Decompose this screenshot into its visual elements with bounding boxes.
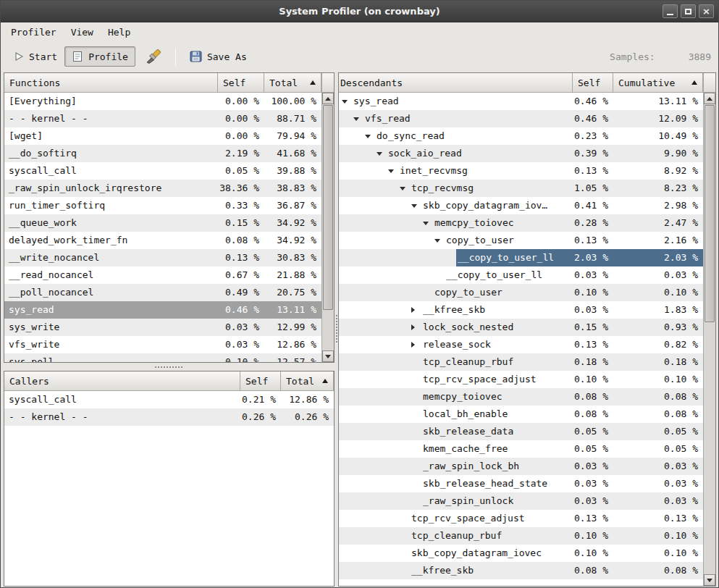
reset-button[interactable] xyxy=(138,45,169,68)
column-header-functions[interactable]: Functions xyxy=(4,73,218,93)
descendant-row[interactable]: do_sync_read0.23 %10.49 % xyxy=(339,127,703,145)
column-header-self[interactable]: Self xyxy=(218,73,264,93)
tree-expander-icon[interactable] xyxy=(434,232,445,249)
function-row[interactable]: vfs_write0.03 %12.86 % xyxy=(4,336,321,353)
tree-expander-icon[interactable] xyxy=(411,319,421,336)
descendant-row[interactable]: sock_aio_read0.39 %9.90 % xyxy=(339,145,703,162)
descendant-row[interactable]: memcpy_toiovec0.28 %2.47 % xyxy=(339,214,703,232)
tree-expander-icon[interactable] xyxy=(411,197,421,214)
self-percent: 0.00 % xyxy=(218,93,264,110)
tree-expander-icon[interactable] xyxy=(388,162,398,180)
function-row[interactable]: __do_softirq2.19 %41.68 % xyxy=(4,145,321,162)
function-row[interactable]: delayed_work_timer_fn0.08 %34.92 % xyxy=(4,232,321,249)
column-header-cumulative[interactable]: Cumulative xyxy=(613,73,703,93)
column-header-total[interactable]: Total xyxy=(281,371,334,391)
descendant-row[interactable]: copy_to_user0.13 %2.16 % xyxy=(339,232,703,249)
descendant-row[interactable]: tcp_cleanup_rbuf0.18 %0.18 % xyxy=(339,353,703,371)
symbol-name: sock_aio_read xyxy=(387,145,573,162)
descendant-row[interactable]: sys_read0.46 %13.11 % xyxy=(339,93,703,110)
descendant-row[interactable]: __kfree_skb0.08 %0.08 % xyxy=(339,562,703,579)
profile-toggle-button[interactable]: Profile xyxy=(64,46,135,67)
descendant-row[interactable]: release_sock0.13 %0.82 % xyxy=(339,336,703,353)
descendant-row[interactable]: skb_copy_datagram_iovec0.10 %0.10 % xyxy=(339,545,703,562)
close-button[interactable]: × xyxy=(699,4,714,18)
descendant-row[interactable]: skb_release_head_state0.03 %0.03 % xyxy=(339,475,703,492)
descendant-row[interactable]: local_bh_enable0.08 %0.08 % xyxy=(339,406,703,423)
tree-indent xyxy=(339,127,365,145)
caller-row[interactable]: - - kernel - -0.26 %0.26 % xyxy=(4,408,334,426)
descendant-row[interactable]: skb_release_data0.05 %0.05 % xyxy=(339,423,703,440)
function-row[interactable]: - - kernel - -0.00 %88.71 % xyxy=(4,110,321,127)
function-row[interactable]: __read_nocancel0.67 %21.88 % xyxy=(4,266,321,284)
tree-expander-icon[interactable] xyxy=(377,145,387,162)
descendant-row[interactable]: inet_recvmsg0.13 %8.92 % xyxy=(339,162,703,180)
menu-view[interactable]: View xyxy=(64,24,101,41)
function-row[interactable]: sys_poll0.10 %12.57 % xyxy=(4,353,321,362)
descendant-row[interactable]: tcp_rcv_space_adjust0.10 %0.10 % xyxy=(339,371,703,388)
function-row[interactable]: sys_read0.46 %13.11 % xyxy=(4,301,321,319)
functions-vertical-scrollbar[interactable] xyxy=(321,93,334,362)
scroll-down-button[interactable] xyxy=(322,350,334,362)
symbol-name: vfs_read xyxy=(363,110,573,127)
caller-row[interactable]: syscall_call0.21 %12.86 % xyxy=(4,391,334,408)
descendant-row[interactable]: tcp_rcv_space_adjust0.13 %0.13 % xyxy=(339,510,703,527)
expander-slot xyxy=(400,527,410,545)
tree-expander-icon[interactable] xyxy=(423,214,433,232)
descendant-row[interactable]: __copy_to_user_ll0.03 %0.03 % xyxy=(339,266,703,284)
descendant-row[interactable]: __copy_to_user_ll2.03 %2.03 % xyxy=(339,249,703,266)
samples-value: 3889 xyxy=(689,51,711,62)
function-row[interactable]: run_timer_softirq0.33 %36.87 % xyxy=(4,197,321,214)
column-header-self[interactable]: Self xyxy=(240,371,281,391)
horizontal-pane-splitter[interactable] xyxy=(1,363,335,371)
cumulative-percent: 2.03 % xyxy=(613,249,703,266)
tree-indent xyxy=(339,249,446,266)
descendant-row[interactable]: _raw_spin_lock_bh0.03 %0.03 % xyxy=(339,458,703,475)
tree-expander-icon[interactable] xyxy=(365,127,375,145)
column-header-total[interactable]: Total xyxy=(264,73,321,93)
column-header-descendants[interactable]: Descendants xyxy=(339,73,573,93)
play-icon xyxy=(14,51,24,62)
function-row[interactable]: _raw_spin_unlock_irqrestore38.36 %38.83 … xyxy=(4,180,321,197)
scroll-down-button[interactable] xyxy=(704,574,715,586)
descendants-vertical-scrollbar[interactable] xyxy=(703,93,715,586)
menu-help[interactable]: Help xyxy=(101,24,138,41)
column-header-callers[interactable]: Callers xyxy=(4,371,240,391)
tree-expander-icon[interactable] xyxy=(411,301,421,319)
function-row[interactable]: syscall_call0.05 %39.88 % xyxy=(4,162,321,180)
function-row[interactable]: __write_nocancel0.13 %30.83 % xyxy=(4,249,321,266)
maximize-button[interactable] xyxy=(681,4,696,18)
function-row[interactable]: __poll_nocancel0.49 %20.75 % xyxy=(4,284,321,301)
descendant-row[interactable]: lock_sock_nested0.15 %0.93 % xyxy=(339,319,703,336)
self-percent: 0.49 % xyxy=(218,284,264,301)
menu-profiler[interactable]: Profiler xyxy=(4,24,64,41)
scrollbar-thumb[interactable] xyxy=(323,105,333,310)
descendant-row[interactable]: vfs_read0.46 %12.09 % xyxy=(339,110,703,127)
total-percent: 34.92 % xyxy=(264,214,321,232)
descendant-row[interactable]: tcp_cleanup_rbuf0.10 %0.10 % xyxy=(339,527,703,545)
tree-expander-icon[interactable] xyxy=(400,180,410,197)
titlebar[interactable]: System Profiler (on crownbay) × xyxy=(1,1,718,22)
column-header-label: Descendants xyxy=(340,77,403,88)
function-row[interactable]: __queue_work0.15 %34.92 % xyxy=(4,214,321,232)
function-row[interactable]: sys_write0.03 %12.99 % xyxy=(4,319,321,336)
descendant-row[interactable]: __kfree_skb0.03 %1.83 % xyxy=(339,301,703,319)
scroll-up-button[interactable] xyxy=(704,93,715,104)
tree-expander-icon[interactable] xyxy=(411,336,421,353)
descendant-row[interactable]: _raw_spin_unlock0.03 %0.03 % xyxy=(339,492,703,510)
start-button[interactable]: Start xyxy=(7,47,64,67)
function-row[interactable]: [wget]0.00 %79.94 % xyxy=(4,127,321,145)
function-row[interactable]: [Everything]0.00 %100.00 % xyxy=(4,93,321,110)
self-percent: 0.46 % xyxy=(573,110,613,127)
scrollbar-thumb[interactable] xyxy=(705,105,715,322)
descendant-row[interactable]: copy_to_user0.10 %0.10 % xyxy=(339,284,703,301)
column-header-self[interactable]: Self xyxy=(573,73,613,93)
save-as-button[interactable]: Save As xyxy=(182,46,254,67)
minimize-button[interactable] xyxy=(663,4,678,18)
scroll-up-button[interactable] xyxy=(322,93,334,104)
descendant-row[interactable]: memcpy_toiovec0.08 %0.08 % xyxy=(339,388,703,406)
tree-expander-icon[interactable] xyxy=(353,110,363,127)
descendant-row[interactable]: tcp_recvmsg1.05 %8.23 % xyxy=(339,180,703,197)
tree-expander-icon[interactable] xyxy=(342,93,352,110)
descendant-row[interactable]: skb_copy_datagram_iov…0.41 %2.98 % xyxy=(339,197,703,214)
descendant-row[interactable]: kmem_cache_free0.05 %0.05 % xyxy=(339,440,703,458)
